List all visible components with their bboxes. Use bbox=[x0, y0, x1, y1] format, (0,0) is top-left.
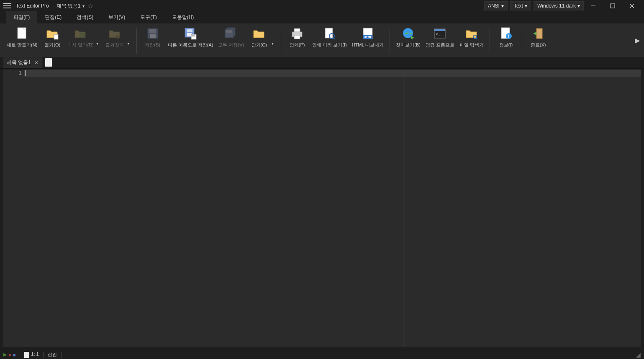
svg-rect-20 bbox=[226, 30, 232, 33]
open-folder-icon bbox=[46, 27, 59, 40]
reopen-button[interactable]: 다시 열기(R) bbox=[65, 26, 96, 49]
print-preview-button[interactable]: 인쇄 미리 보기(I) bbox=[310, 26, 349, 49]
info-icon: i bbox=[499, 27, 513, 40]
html-export-icon: HTML bbox=[361, 27, 375, 40]
chevron-down-icon: ▾ bbox=[525, 3, 527, 9]
macro-stop-icon[interactable]: ■ bbox=[13, 352, 16, 357]
svg-marker-41 bbox=[533, 32, 536, 35]
print-button[interactable]: 인쇄(P) bbox=[285, 26, 310, 49]
svg-marker-31 bbox=[411, 36, 414, 39]
editor-area[interactable]: 1 bbox=[3, 70, 641, 347]
menu-tab-view[interactable]: 보기(V) bbox=[101, 11, 133, 23]
close-dropdown-icon[interactable]: ▾ bbox=[272, 41, 277, 46]
page-icon bbox=[24, 352, 29, 358]
maximize-button[interactable] bbox=[603, 0, 622, 12]
save-as-label: 다른 이름으로 저장(A) bbox=[168, 42, 213, 48]
close-folder-icon bbox=[252, 27, 266, 40]
svg-text:HTML: HTML bbox=[364, 36, 372, 39]
reopen-label: 다시 열기(R) bbox=[67, 42, 93, 48]
save-label: 저장(S) bbox=[145, 42, 160, 48]
document-dropdown-icon[interactable]: ▾ bbox=[82, 4, 85, 8]
reopen-dropdown-icon[interactable]: ▾ bbox=[96, 41, 102, 46]
cmd-button[interactable]: >_ 명령 프롬프트 bbox=[423, 26, 457, 49]
svg-text:i: i bbox=[508, 34, 510, 39]
browse-label: 찾아보기(B) bbox=[396, 42, 421, 48]
menu-tab-edit[interactable]: 편집(E) bbox=[37, 11, 69, 23]
menu-tab-file[interactable]: 파일(F) bbox=[6, 11, 37, 23]
save-all-button[interactable]: 모두 저장(V) bbox=[216, 26, 246, 49]
hamburger-menu-icon[interactable] bbox=[3, 1, 12, 10]
info-button[interactable]: i 정보(I) bbox=[493, 26, 518, 49]
document-tabs: 제목 없음1 ✕ bbox=[0, 57, 644, 69]
cursor-position: 1: 1 bbox=[24, 351, 38, 357]
save-as-button[interactable]: 다른 이름으로 저장(A) bbox=[165, 26, 216, 49]
close-file-button[interactable]: 닫기(C) bbox=[246, 26, 272, 49]
open-file-button[interactable]: 열기(O) bbox=[40, 26, 65, 49]
exit-label: 종료(X) bbox=[531, 42, 546, 48]
minimize-button[interactable] bbox=[584, 0, 603, 12]
svg-rect-40 bbox=[536, 28, 542, 39]
html-export-button[interactable]: HTML HTML 내보내기 bbox=[349, 26, 387, 49]
info-label: 정보(I) bbox=[499, 42, 513, 48]
exit-button[interactable]: 종료(X) bbox=[526, 26, 551, 49]
menu-tab-help[interactable]: 도움말(H) bbox=[164, 11, 202, 23]
theme-dropdown[interactable]: Windows 11 dark▾ bbox=[534, 1, 584, 10]
chevron-down-icon: ▾ bbox=[577, 3, 580, 9]
favorites-button[interactable]: 즐겨찾기 bbox=[102, 26, 127, 49]
theme-label: Windows 11 dark bbox=[537, 3, 576, 9]
line-number: 1 bbox=[3, 70, 22, 76]
line-gutter: 1 bbox=[3, 70, 24, 347]
favorites-folder-icon bbox=[108, 27, 121, 40]
svg-rect-24 bbox=[325, 28, 333, 38]
svg-rect-6 bbox=[54, 34, 58, 39]
open-file-label: 열기(O) bbox=[44, 42, 60, 48]
explorer-label: 파일 탐색기 bbox=[459, 42, 484, 48]
svg-rect-22 bbox=[294, 28, 300, 32]
save-all-label: 모두 저장(V) bbox=[218, 42, 244, 48]
encoding-dropdown[interactable]: ANSI▾ bbox=[484, 1, 508, 10]
save-button[interactable]: 저장(S) bbox=[140, 26, 165, 49]
document-tab[interactable]: 제목 없음1 ✕ bbox=[3, 57, 42, 68]
encoding-label: ANSI bbox=[488, 3, 500, 9]
svg-text:>_: >_ bbox=[436, 32, 441, 36]
new-file-button[interactable]: 새로 만들기(N) bbox=[4, 26, 40, 49]
menu-tab-search[interactable]: 검색(S) bbox=[69, 11, 101, 23]
new-file-label: 새로 만들기(N) bbox=[7, 42, 37, 48]
macro-play-icon[interactable]: ▶ bbox=[3, 352, 7, 357]
menu-tabs: 파일(F) 편집(E) 검색(S) 보기(V) 도구(T) 도움말(H) bbox=[0, 12, 644, 23]
print-label: 인쇄(P) bbox=[290, 42, 305, 48]
svg-rect-1 bbox=[611, 4, 615, 8]
browse-button[interactable]: 찾아보기(B) bbox=[393, 26, 423, 49]
mode-dropdown[interactable]: Text▾ bbox=[510, 1, 531, 10]
chevron-down-icon: ▾ bbox=[501, 3, 504, 9]
document-tab-label: 제목 없음1 bbox=[7, 59, 31, 66]
save-all-icon bbox=[224, 27, 238, 40]
text-zone[interactable] bbox=[24, 70, 641, 347]
ribbon-overflow-icon[interactable]: ▶ bbox=[632, 23, 642, 57]
close-window-button[interactable] bbox=[622, 0, 641, 12]
app-title: Text Editor Pro bbox=[16, 3, 49, 9]
macro-record-icon[interactable]: ● bbox=[8, 352, 11, 357]
svg-rect-13 bbox=[187, 29, 192, 32]
resize-grip-icon[interactable]: ◢ bbox=[636, 351, 641, 358]
mode-label: Text bbox=[514, 3, 523, 9]
printer-icon bbox=[290, 27, 304, 40]
explorer-folder-icon bbox=[465, 27, 478, 40]
menu-tab-tools[interactable]: 도구(T) bbox=[133, 11, 164, 23]
new-tab-icon[interactable] bbox=[45, 58, 52, 67]
html-export-label: HTML 내보내기 bbox=[352, 42, 384, 48]
svg-line-26 bbox=[334, 38, 335, 39]
document-name: 제목 없음1 bbox=[56, 3, 81, 10]
print-preview-label: 인쇄 미리 보기(I) bbox=[312, 42, 347, 48]
explorer-button[interactable]: 파일 탐색기 bbox=[457, 26, 486, 49]
reopen-folder-icon bbox=[74, 27, 87, 40]
svg-rect-10 bbox=[149, 29, 156, 33]
split-divider[interactable] bbox=[403, 70, 403, 347]
insert-mode[interactable]: 삽입 bbox=[48, 351, 57, 358]
close-tab-icon[interactable]: ✕ bbox=[34, 60, 38, 66]
close-file-label: 닫기(C) bbox=[251, 42, 267, 48]
save-floppy-icon bbox=[146, 27, 159, 40]
favorites-dropdown-icon[interactable]: ▾ bbox=[127, 41, 133, 46]
favorite-star-icon[interactable]: ☆ bbox=[88, 3, 93, 9]
svg-rect-11 bbox=[150, 34, 156, 38]
